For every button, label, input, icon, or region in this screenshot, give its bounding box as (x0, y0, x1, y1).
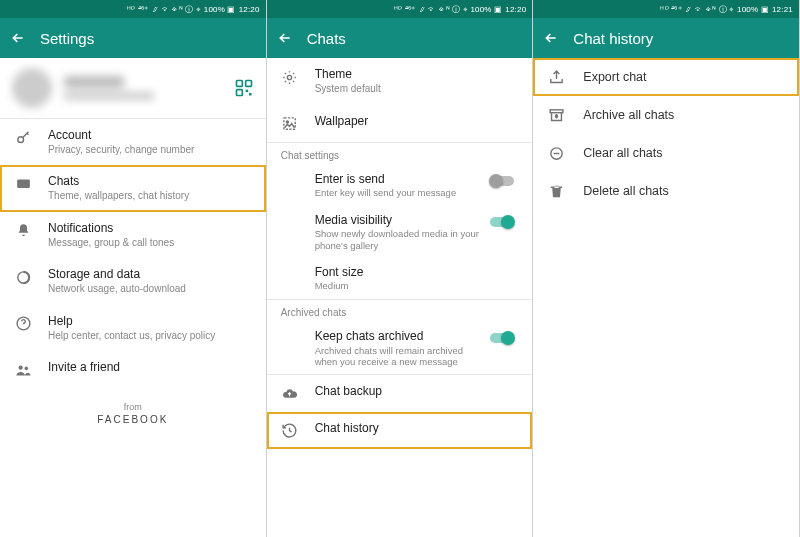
statusbar: ᴴᴰ ⁴⁶⁺ ⫽ ᯤ ◉ ᴺ ⓘ ⌖ 100% ▣ 12:21 (533, 0, 799, 18)
row-chats[interactable]: Chats Theme, wallpapers, chat history (0, 165, 266, 212)
row-account[interactable]: Account Privacy, security, change number (0, 119, 266, 166)
appbar: Chats (267, 18, 533, 58)
qr-icon[interactable] (234, 78, 254, 98)
row-label: Notifications (48, 221, 252, 236)
row-sub: Help center, contact us, privacy policy (48, 330, 252, 343)
bell-icon (14, 222, 32, 240)
row-label: Chats (48, 174, 252, 189)
row-sub: Show newly downloaded media in your phon… (315, 228, 481, 251)
row-export-chat[interactable]: Export chat (533, 58, 799, 96)
screen-settings: ᴴᴰ ⁴⁶⁺ ⫽ ᯤ ◉ ᴺ ⓘ ⌖ 100% ▣ 12:20 Settings… (0, 0, 267, 537)
chats-content: Theme System default Wallpaper Chat sett… (267, 58, 533, 537)
appbar: Settings (0, 18, 266, 58)
row-chat-backup[interactable]: Chat backup (267, 375, 533, 412)
people-icon (14, 361, 32, 379)
row-chat-history[interactable]: Chat history (267, 412, 533, 449)
svg-point-10 (24, 366, 28, 370)
svg-rect-4 (249, 93, 252, 96)
svg-rect-14 (550, 109, 563, 112)
svg-point-11 (288, 75, 292, 79)
avatar (12, 68, 52, 108)
row-enter-is-send[interactable]: Enter is send Enter key will send your m… (267, 165, 533, 206)
row-sub: Privacy, security, change number (48, 144, 252, 157)
back-icon[interactable] (10, 30, 26, 46)
svg-point-13 (286, 121, 288, 123)
row-sub: Message, group & call tones (48, 237, 252, 250)
svg-rect-2 (236, 90, 242, 96)
trash-icon (547, 182, 565, 200)
row-sub: System default (315, 83, 519, 96)
history-icon (281, 422, 299, 440)
row-theme[interactable]: Theme System default (267, 58, 533, 105)
row-font-size[interactable]: Font size Medium (267, 258, 533, 299)
back-icon[interactable] (277, 30, 293, 46)
screen-chat-history: ᴴᴰ ⁴⁶⁺ ⫽ ᯤ ◉ ᴺ ⓘ ⌖ 100% ▣ 12:21 Chat his… (533, 0, 800, 537)
row-label: Archive all chats (583, 108, 674, 122)
svg-rect-3 (245, 90, 248, 93)
appbar-title: Chat history (573, 30, 653, 47)
statusbar: ᴴᴰ ⁴⁶⁺ ⫽ ᯤ ◉ ᴺ ⓘ ⌖ 100% ▣ 12:20 (267, 0, 533, 18)
row-label: Theme (315, 67, 519, 82)
row-sub: Enter key will send your message (315, 187, 481, 198)
help-icon (14, 315, 32, 333)
settings-content: Account Privacy, security, change number… (0, 58, 266, 537)
row-label: Export chat (583, 70, 646, 84)
storage-icon (14, 268, 32, 286)
row-archive-all[interactable]: Archive all chats (533, 96, 799, 134)
row-label: Font size (315, 265, 519, 279)
row-notifications[interactable]: Notifications Message, group & call tone… (0, 212, 266, 259)
history-content: Export chat Archive all chats Clear all … (533, 58, 799, 537)
row-label: Storage and data (48, 267, 252, 282)
row-keep-archived[interactable]: Keep chats archived Archived chats will … (267, 322, 533, 374)
row-help[interactable]: Help Help center, contact us, privacy po… (0, 305, 266, 352)
key-icon (14, 129, 32, 147)
row-storage[interactable]: Storage and data Network usage, auto-dow… (0, 258, 266, 305)
row-sub: Medium (315, 280, 519, 291)
row-media-visibility[interactable]: Media visibility Show newly downloaded m… (267, 206, 533, 258)
status-icons: ᴴᴰ ⁴⁶⁺ ⫽ ᯤ ◉ ᴺ ⓘ ⌖ 100% ▣ (394, 4, 502, 15)
wallpaper-icon (281, 115, 299, 133)
profile-row[interactable] (0, 58, 266, 118)
row-wallpaper[interactable]: Wallpaper (267, 105, 533, 142)
row-label: Help (48, 314, 252, 329)
row-label: Wallpaper (315, 114, 519, 129)
row-clear-all[interactable]: Clear all chats (533, 134, 799, 172)
status-icons: ᴴᴰ ⁴⁶⁺ ⫽ ᯤ ◉ ᴺ ⓘ ⌖ 100% ▣ (660, 4, 768, 15)
appbar: Chat history (533, 18, 799, 58)
row-label: Chat history (315, 421, 519, 436)
screen-chats: ᴴᴰ ⁴⁶⁺ ⫽ ᯤ ◉ ᴺ ⓘ ⌖ 100% ▣ 12:20 Chats Th… (267, 0, 534, 537)
row-label: Enter is send (315, 172, 481, 186)
row-label: Keep chats archived (315, 329, 481, 343)
from-facebook: from FACEBOOK (0, 388, 266, 431)
toggle-enter-is-send[interactable] (490, 174, 518, 188)
row-label: Invite a friend (48, 360, 252, 375)
row-label: Clear all chats (583, 146, 662, 160)
section-chat-settings: Chat settings (267, 142, 533, 165)
row-label: Delete all chats (583, 184, 668, 198)
theme-icon (281, 68, 299, 86)
archive-icon (547, 106, 565, 124)
row-delete-all[interactable]: Delete all chats (533, 172, 799, 210)
status-time: 12:20 (239, 5, 260, 14)
row-sub: Archived chats will remain archived when… (315, 345, 481, 368)
status-time: 12:20 (505, 5, 526, 14)
profile-text (64, 76, 222, 100)
export-icon (547, 68, 565, 86)
statusbar: ᴴᴰ ⁴⁶⁺ ⫽ ᯤ ◉ ᴺ ⓘ ⌖ 100% ▣ 12:20 (0, 0, 266, 18)
svg-point-5 (17, 137, 23, 143)
svg-rect-0 (236, 81, 242, 87)
status-time: 12:21 (772, 5, 793, 14)
row-invite[interactable]: Invite a friend (0, 351, 266, 388)
toggle-media-visibility[interactable] (490, 215, 518, 229)
clear-icon (547, 144, 565, 162)
row-sub: Network usage, auto-download (48, 283, 252, 296)
cloud-icon (281, 385, 299, 403)
svg-rect-1 (245, 81, 251, 87)
row-label: Media visibility (315, 213, 481, 227)
back-icon[interactable] (543, 30, 559, 46)
row-sub: Theme, wallpapers, chat history (48, 190, 252, 203)
section-archived: Archived chats (267, 299, 533, 322)
toggle-keep-archived[interactable] (490, 331, 518, 345)
row-label: Chat backup (315, 384, 519, 399)
svg-point-9 (18, 365, 22, 369)
